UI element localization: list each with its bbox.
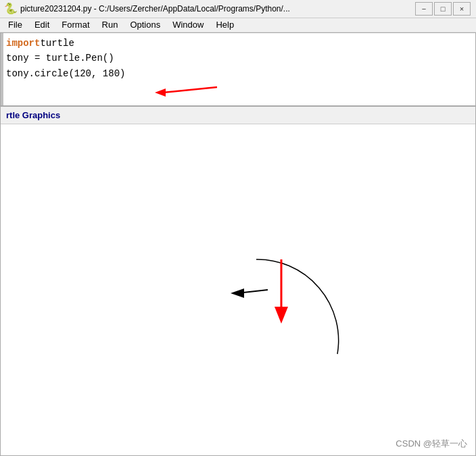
menu-help[interactable]: Help xyxy=(210,18,239,32)
turtle-title-bar: rtle Graphics xyxy=(1,107,475,124)
svg-marker-1 xyxy=(155,88,166,97)
svg-line-0 xyxy=(163,87,217,93)
svg-marker-3 xyxy=(275,307,288,324)
window-controls: − □ × xyxy=(415,2,471,16)
editor-line-2: tony = turtle.Pen() xyxy=(6,51,470,66)
code-turtle: turtle xyxy=(40,36,74,51)
editor-area[interactable]: import turtle tony = turtle.Pen() tony.c… xyxy=(0,32,476,106)
editor-red-arrow xyxy=(143,82,224,105)
app-icon: 🐍 xyxy=(5,3,16,14)
turtle-window: rtle Graphics CSDN @轻草一心 xyxy=(0,106,476,456)
title-bar: 🐍 picture20231204.py - C:/Users/Zercher/… xyxy=(0,0,476,18)
turtle-window-title: rtle Graphics xyxy=(6,110,60,120)
keyword-import: import xyxy=(6,36,40,51)
menu-run[interactable]: Run xyxy=(97,18,124,32)
menu-options[interactable]: Options xyxy=(124,18,166,32)
editor-content[interactable]: import turtle tony = turtle.Pen() tony.c… xyxy=(1,33,475,84)
editor-line-1: import turtle xyxy=(6,36,470,51)
menu-edit[interactable]: Edit xyxy=(29,18,55,32)
editor-left-border xyxy=(1,33,3,105)
watermark: CSDN @轻草一心 xyxy=(396,438,467,450)
svg-marker-5 xyxy=(231,288,244,298)
menu-window[interactable]: Window xyxy=(167,18,209,32)
title-bar-left: 🐍 picture20231204.py - C:/Users/Zercher/… xyxy=(5,3,290,14)
menu-file[interactable]: File xyxy=(3,18,28,32)
maximize-button[interactable]: □ xyxy=(434,2,452,16)
code-assignment: tony = turtle.Pen() xyxy=(6,51,114,66)
minimize-button[interactable]: − xyxy=(415,2,433,16)
close-button[interactable]: × xyxy=(453,2,471,16)
menu-format[interactable]: Format xyxy=(56,18,95,32)
editor-line-3: tony.circle(120, 180) xyxy=(6,66,470,81)
code-circle: tony.circle(120, 180) xyxy=(6,66,125,81)
window-title: picture20231204.py - C:/Users/Zercher/Ap… xyxy=(20,4,290,14)
canvas-area: CSDN @轻草一心 xyxy=(1,124,475,455)
app-container: 🐍 picture20231204.py - C:/Users/Zercher/… xyxy=(0,0,476,456)
menu-bar: File Edit Format Run Options Window Help xyxy=(0,18,476,32)
